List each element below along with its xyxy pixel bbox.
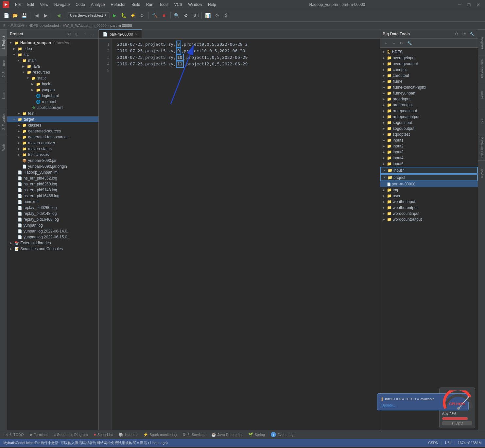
left-tab-web[interactable]: Web bbox=[0, 134, 7, 160]
tree-item-yml[interactable]: ⚙ application.yml bbox=[7, 105, 98, 111]
tree-item-yunpan[interactable]: ▶ 📁 yunpan bbox=[7, 87, 98, 93]
left-tab-structure[interactable]: 2: Structure bbox=[0, 56, 7, 82]
bottom-tab-javaee[interactable]: ☕ Java Enterprise bbox=[209, 432, 245, 438]
right-tab-ant[interactable]: Ant bbox=[478, 108, 485, 134]
breadcrumb-drive[interactable]: F: bbox=[3, 24, 7, 27]
hdfs-averageinput[interactable]: ▶📁averageinput bbox=[380, 55, 478, 61]
hdfs-input7[interactable]: ▼ 📁 input7 bbox=[380, 167, 478, 174]
tree-item-java[interactable]: ▶ 📁 java bbox=[7, 63, 98, 69]
menu-help[interactable]: Help bbox=[205, 2, 219, 8]
hdfs-wordcountoutput[interactable]: ▶📁wordcountoutput bbox=[380, 216, 478, 222]
menu-view[interactable]: View bbox=[37, 2, 51, 8]
tree-item-maven-arch[interactable]: ▶ 📁 maven-archiver bbox=[7, 140, 98, 146]
hdfs-flume[interactable]: ▶📁flume bbox=[380, 78, 478, 84]
menu-window[interactable]: Window bbox=[185, 2, 205, 8]
hdfs-sogouinput[interactable]: ▶📁sogouinput bbox=[380, 120, 478, 126]
bottom-tab-hadoop[interactable]: 🐘 Hadoop bbox=[116, 432, 140, 438]
bdt-refresh-icon[interactable]: ⟳ bbox=[461, 31, 467, 37]
status-csdn[interactable]: CSDN bbox=[428, 441, 438, 445]
menu-code[interactable]: Code bbox=[73, 2, 88, 8]
project-layout-icon[interactable]: ⊞ bbox=[74, 31, 80, 37]
project-settings-icon[interactable]: ≡ bbox=[81, 31, 88, 37]
hdfs-orderoutput[interactable]: ▶📁orderoutput bbox=[380, 102, 478, 108]
right-tab-learn[interactable]: Learn bbox=[478, 82, 485, 108]
hdfs-weatherinput[interactable]: ▶📁weatherinput bbox=[380, 199, 478, 205]
tree-item-main[interactable]: ▼ 📁 main bbox=[7, 58, 98, 63]
right-tab-maven[interactable]: Maven bbox=[478, 160, 485, 186]
save-btn[interactable]: 💾 bbox=[20, 11, 28, 20]
hdfs-flume-tomcat[interactable]: ▶📁flume-tomcat-nginx bbox=[380, 84, 478, 90]
bottom-tab-sonarlint[interactable]: ● SonarLint bbox=[91, 432, 115, 438]
tree-item-back[interactable]: ▶ 📁 back bbox=[7, 81, 98, 87]
tree-item-log1[interactable]: 📄 hs_err_pid4352.log bbox=[7, 175, 98, 181]
hdfs-root[interactable]: ▼ 🗄 HDFS bbox=[380, 49, 478, 55]
bottom-tab-services[interactable]: ⚙ 8: Services bbox=[180, 432, 208, 438]
coverage-btn[interactable]: ⚡ bbox=[129, 11, 137, 20]
left-tab-project[interactable]: 1: Project bbox=[0, 29, 7, 56]
tree-item-maven-status[interactable]: ▶ 📁 maven-status bbox=[7, 146, 98, 152]
open-btn[interactable]: 📂 bbox=[11, 11, 19, 20]
bdt-sync-btn[interactable]: ⟳ bbox=[398, 40, 405, 46]
profiler-btn[interactable]: ⚙ bbox=[138, 11, 147, 20]
back-btn[interactable]: ◀ bbox=[32, 11, 41, 20]
menu-file[interactable]: File bbox=[12, 2, 24, 8]
menu-vcs[interactable]: VCS bbox=[172, 2, 185, 8]
hdfs-sqooptest[interactable]: ▼📁sqooptest bbox=[380, 131, 478, 137]
bottom-tab-spark[interactable]: ⚡ Spark monitoring bbox=[141, 432, 179, 438]
hdfs-flumeyunpan[interactable]: ▶📁flumeyunpan bbox=[380, 90, 478, 96]
bottom-tab-terminal[interactable]: ▶ Terminal bbox=[27, 432, 50, 438]
tree-item-replay2[interactable]: 📄 replay_pid9148.log bbox=[7, 211, 98, 216]
breadcrumb-cache[interactable]: 系统缓存 bbox=[10, 23, 25, 28]
hdfs-input6[interactable]: ▶📁input6 bbox=[380, 161, 478, 167]
hdfs-orderinput[interactable]: ▶📁orderinput bbox=[380, 96, 478, 102]
right-tab-bigdata[interactable]: Big Data Tools bbox=[478, 56, 485, 82]
hdfs-input3[interactable]: ▶📁input3 bbox=[380, 149, 478, 155]
bottom-tab-eventlog[interactable]: 1 Event Log bbox=[268, 431, 296, 438]
code-content[interactable]: 2019-07-25,project5 zy,8,project9,0,5,20… bbox=[112, 39, 380, 430]
tree-item-pom[interactable]: 📄 pom.xml bbox=[7, 199, 98, 205]
hdfs-input4[interactable]: ▶📁input4 bbox=[380, 155, 478, 161]
search-everywhere-btn[interactable]: 🔍 bbox=[173, 11, 181, 20]
hdfs-user[interactable]: ▶📁user bbox=[380, 193, 478, 199]
tree-item-replay1[interactable]: 📄 replay_pid6260.log bbox=[7, 205, 98, 211]
bdt-plus-btn[interactable]: + bbox=[383, 40, 389, 46]
tree-item-test[interactable]: ▶ 📁 test bbox=[7, 111, 98, 116]
undo-btn[interactable]: ◀ bbox=[54, 11, 63, 20]
project-minimize-icon[interactable]: ─ bbox=[89, 31, 96, 37]
tree-item-classes[interactable]: ▶ 📁 classes bbox=[7, 122, 98, 128]
hdfs-input1[interactable]: ▶📁input1 bbox=[380, 137, 478, 143]
editor-tab-close-btn[interactable]: ✕ bbox=[135, 32, 138, 36]
right-tab-database[interactable]: Database bbox=[478, 29, 485, 56]
bottom-tab-todo[interactable]: ☑ 6: TODO bbox=[2, 432, 26, 438]
menu-build[interactable]: Build bbox=[129, 2, 143, 8]
tree-item-reg[interactable]: 🌐 reg.html bbox=[7, 99, 98, 105]
stop-btn[interactable]: ■ bbox=[160, 11, 168, 20]
menu-tools[interactable]: Tools bbox=[157, 2, 171, 8]
hdfs-carinput[interactable]: ▶📁carinput bbox=[380, 67, 478, 73]
bdt-wrench-btn[interactable]: 🔧 bbox=[406, 40, 413, 46]
tail-btn[interactable]: Tail bbox=[191, 11, 199, 20]
build-btn[interactable]: 🔨 bbox=[151, 11, 159, 20]
hdfs-caroutput[interactable]: ▶📁caroutput bbox=[380, 73, 478, 78]
tree-item-resources[interactable]: ▼ 📁 resources bbox=[7, 69, 98, 75]
tree-item-log2[interactable]: 📄 hs_err_pid6260.log bbox=[7, 181, 98, 187]
translate-btn[interactable]: 文 bbox=[222, 11, 231, 20]
close-button[interactable]: ✕ bbox=[474, 0, 482, 9]
status-text[interactable]: MybatisCodeHelperPro插件未激活: 可以输入激活码或者到网站网… bbox=[3, 440, 425, 445]
hdfs-project[interactable]: ▼ 📁 project bbox=[380, 174, 478, 181]
presentation-btn[interactable]: 📊 bbox=[204, 11, 212, 20]
tree-item-ext-libs[interactable]: ▶ 📚 External Libraries bbox=[7, 240, 98, 246]
bdt-settings-icon[interactable]: 🔧 bbox=[469, 31, 475, 37]
tree-item-log3[interactable]: 📄 hs_err_pid9148.log bbox=[7, 187, 98, 193]
tree-item-iml[interactable]: 📄 Hadoop_yunpan.iml bbox=[7, 169, 98, 175]
tree-item-log4[interactable]: 📄 hs_err_pid16468.log bbox=[7, 193, 98, 199]
hdfs-wordcountinput[interactable]: ▶📁wordcountinput bbox=[380, 211, 478, 216]
left-tab-learn[interactable]: Learn bbox=[0, 82, 7, 108]
tree-item-jar-origin[interactable]: 📄 yunpan-8090.jar.origin bbox=[7, 164, 98, 169]
hdfs-rmrepeatoutput[interactable]: ▶📁rmrepeatoutput bbox=[380, 114, 478, 120]
bdt-minus-btn[interactable]: − bbox=[390, 40, 397, 46]
hdfs-input2[interactable]: ▶📁input2 bbox=[380, 143, 478, 149]
tree-item-gen-src[interactable]: ▶ 📁 generated-sources bbox=[7, 128, 98, 134]
tree-item-gen-test-src[interactable]: ▶ 📁 generated-test-sources bbox=[7, 134, 98, 140]
run-btn[interactable]: ▶ bbox=[111, 11, 119, 20]
